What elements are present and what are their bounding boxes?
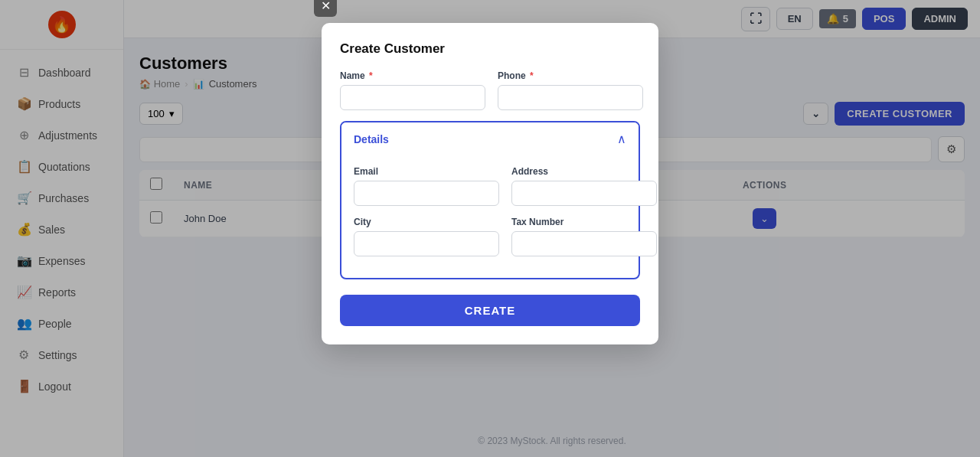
- modal-title: Create Customer: [340, 41, 640, 57]
- name-required: *: [369, 70, 373, 81]
- details-accordion: Details ∧ Email Address: [340, 121, 640, 279]
- phone-input[interactable]: [498, 85, 643, 110]
- city-label: City: [354, 217, 499, 227]
- name-input[interactable]: [340, 85, 485, 110]
- modal-create-button[interactable]: CREATE: [340, 295, 640, 326]
- tax-number-field-group: Tax Number: [511, 217, 657, 256]
- details-accordion-body: Email Address City: [341, 155, 639, 278]
- address-label: Address: [511, 166, 657, 177]
- city-field-group: City: [354, 217, 499, 256]
- chevron-up-icon: ∧: [617, 132, 626, 146]
- name-field-group: Name *: [340, 70, 485, 110]
- phone-field-group: Phone *: [498, 70, 643, 110]
- phone-label: Phone *: [498, 70, 643, 81]
- address-input[interactable]: [511, 181, 657, 206]
- email-field-group: Email: [354, 166, 499, 206]
- city-input[interactable]: [354, 231, 499, 256]
- page-content: Customers 🏠 Home › 📊 Customers 100 ▾ ⌄: [124, 38, 980, 425]
- phone-required: *: [530, 70, 534, 81]
- name-phone-row: Name * Phone *: [340, 70, 640, 110]
- city-tax-row: City Tax Number: [354, 217, 626, 256]
- tax-number-label: Tax Number: [511, 217, 657, 227]
- details-accordion-header[interactable]: Details ∧: [341, 122, 639, 155]
- modal-overlay: ✕ Create Customer Name * Phone *: [124, 38, 980, 425]
- email-input[interactable]: [354, 181, 499, 206]
- email-address-row: Email Address: [354, 166, 626, 206]
- details-label: Details: [354, 133, 389, 145]
- address-field-group: Address: [511, 166, 657, 206]
- tax-number-input[interactable]: [511, 231, 657, 256]
- name-label: Name *: [340, 70, 485, 81]
- create-customer-modal: ✕ Create Customer Name * Phone *: [322, 38, 658, 344]
- email-label: Email: [354, 166, 499, 177]
